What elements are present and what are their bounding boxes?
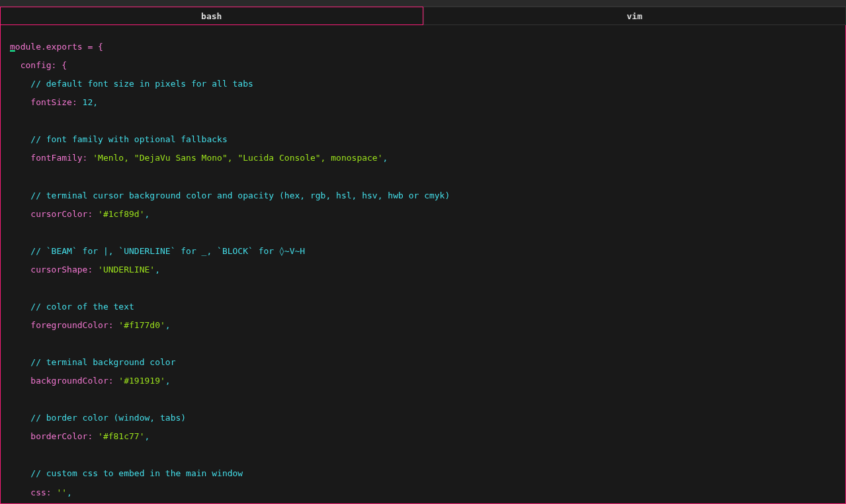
code-line: backgroundColor: '#191919', [10, 376, 836, 386]
code-line: cursorShape: 'UNDERLINE', [10, 265, 836, 274]
code-line: css: '', [10, 488, 836, 497]
code-line: // terminal background color [10, 358, 836, 367]
code-line: module.exports = { [10, 42, 836, 52]
code-line [10, 395, 836, 404]
code-line [10, 172, 836, 181]
code-line: // custom css to embed in the main windo… [10, 469, 836, 478]
code-line [10, 339, 836, 349]
tab-vim[interactable]: vim [423, 7, 847, 25]
tab-vim-label: vim [627, 11, 642, 21]
tab-bash[interactable]: bash [0, 7, 423, 25]
cursor-char: m [10, 42, 15, 52]
code-line: fontSize: 12, [10, 98, 836, 107]
code-line: cursorColor: '#1cf89d', [10, 210, 836, 219]
code-line: foregroundColor: '#f177d0', [10, 321, 836, 330]
tab-bash-label: bash [201, 11, 222, 21]
code-line: // border color (window, tabs) [10, 413, 836, 423]
code-line: // color of the text [10, 302, 836, 312]
code-line [10, 284, 836, 293]
code-line: // terminal cursor background color and … [10, 191, 836, 200]
code-line: // default font size in pixels for all t… [10, 79, 836, 89]
code-line: fontFamily: 'Menlo, "DejaVu Sans Mono", … [10, 153, 836, 163]
window-titlebar [0, 0, 846, 7]
code-line [10, 228, 836, 237]
code-line: config: { [10, 61, 836, 70]
terminal-editor[interactable]: module.exports = { config: { // default … [0, 25, 846, 504]
code-line [10, 116, 836, 126]
code-line: // font family with optional fallbacks [10, 135, 836, 144]
code-line: borderColor: '#f81c77', [10, 432, 836, 441]
code-line: // `BEAM` for |, `UNDERLINE` for _, `BLO… [10, 247, 836, 256]
tab-bar: bash vim [0, 7, 846, 25]
code-line [10, 450, 836, 460]
